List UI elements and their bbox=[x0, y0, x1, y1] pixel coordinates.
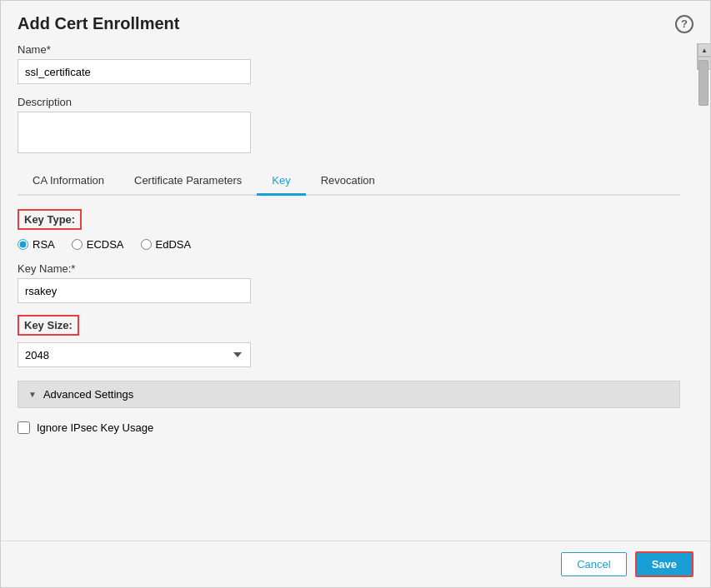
radio-eddsa-input[interactable] bbox=[141, 239, 152, 250]
key-type-label: Key Type: bbox=[18, 209, 82, 230]
radio-rsa-label: RSA bbox=[33, 238, 55, 251]
radio-ecdsa[interactable]: ECDSA bbox=[72, 238, 124, 251]
key-size-select-wrapper: 1024 2048 4096 bbox=[18, 342, 680, 367]
key-name-group: Key Name:* bbox=[18, 262, 680, 303]
dialog-title: Add Cert Enrollment bbox=[18, 14, 179, 33]
advanced-settings-arrow: ▼ bbox=[28, 390, 37, 399]
radio-rsa[interactable]: RSA bbox=[18, 238, 55, 251]
dialog-footer: Cancel Save bbox=[1, 541, 710, 587]
advanced-settings-label: Advanced Settings bbox=[43, 388, 133, 401]
tab-certificate-parameters[interactable]: Certificate Parameters bbox=[119, 167, 257, 196]
scroll-thumb[interactable] bbox=[698, 60, 708, 106]
key-type-group: Key Type: RSA ECDSA EdDSA bbox=[18, 209, 680, 251]
tabs-container: CA Information Certificate Parameters Ke… bbox=[18, 167, 680, 196]
radio-eddsa-label: EdDSA bbox=[156, 238, 192, 251]
ignore-ipsec-row: Ignore IPsec Key Usage bbox=[18, 421, 680, 434]
help-icon[interactable]: ? bbox=[675, 15, 693, 33]
scroll-up-button[interactable]: ▲ bbox=[698, 43, 710, 57]
radio-ecdsa-label: ECDSA bbox=[87, 238, 124, 251]
description-input[interactable] bbox=[18, 112, 251, 153]
ignore-ipsec-label: Ignore IPsec Key Usage bbox=[37, 421, 153, 434]
radio-rsa-input[interactable] bbox=[18, 239, 28, 250]
tab-revocation[interactable]: Revocation bbox=[306, 167, 390, 196]
tab-ca-information[interactable]: CA Information bbox=[18, 167, 119, 196]
advanced-settings-bar[interactable]: ▼ Advanced Settings bbox=[18, 381, 680, 408]
dialog-body: Name* Description CA Information Certifi… bbox=[1, 43, 697, 541]
description-group: Description bbox=[18, 96, 680, 156]
key-name-input[interactable] bbox=[18, 278, 251, 303]
cancel-button[interactable]: Cancel bbox=[561, 552, 626, 576]
key-type-radio-group: RSA ECDSA EdDSA bbox=[18, 238, 680, 251]
key-size-group: Key Size: 1024 2048 4096 bbox=[18, 315, 680, 367]
key-name-label: Key Name:* bbox=[18, 262, 680, 275]
description-label: Description bbox=[18, 96, 680, 108]
name-group: Name* bbox=[18, 43, 680, 84]
name-input[interactable] bbox=[18, 59, 251, 84]
key-size-label: Key Size: bbox=[18, 315, 79, 336]
radio-eddsa[interactable]: EdDSA bbox=[141, 238, 192, 251]
key-size-select[interactable]: 1024 2048 4096 bbox=[18, 342, 251, 367]
dialog-header: Add Cert Enrollment ? bbox=[1, 1, 710, 43]
save-button[interactable]: Save bbox=[635, 551, 693, 577]
tab-key[interactable]: Key bbox=[257, 167, 305, 196]
radio-ecdsa-input[interactable] bbox=[72, 239, 83, 250]
scrollbar[interactable]: ▲ ▼ bbox=[697, 43, 710, 70]
name-label: Name* bbox=[18, 43, 680, 56]
ignore-ipsec-checkbox[interactable] bbox=[18, 421, 30, 434]
add-cert-enrollment-dialog: Add Cert Enrollment ? Name* Description … bbox=[0, 0, 711, 588]
